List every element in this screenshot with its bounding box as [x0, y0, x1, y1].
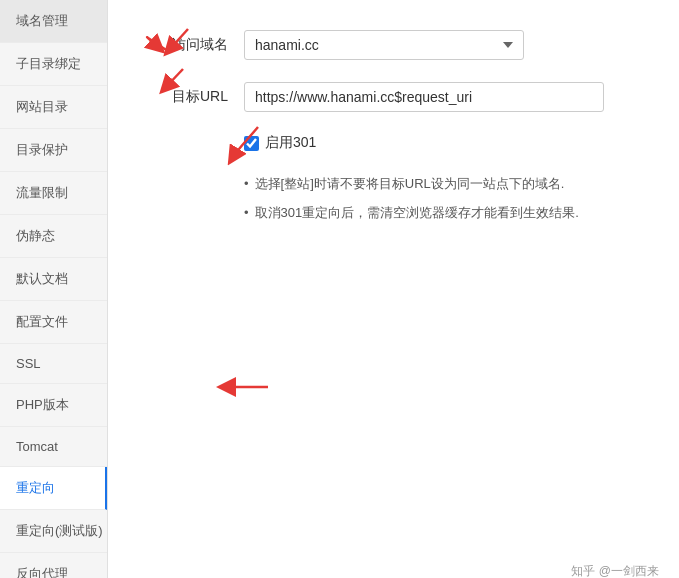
- sidebar-item-subdir-bind[interactable]: 子目录绑定: [0, 43, 107, 86]
- note-item-1: 选择[整站]时请不要将目标URL设为同一站点下的域名.: [244, 174, 639, 195]
- sidebar-item-redirect[interactable]: 重定向: [0, 467, 107, 510]
- sidebar-item-default-doc[interactable]: 默认文档: [0, 258, 107, 301]
- notes-section: 选择[整站]时请不要将目标URL设为同一站点下的域名. 取消301重定向后，需清…: [244, 174, 639, 224]
- sidebar-item-redirect-beta[interactable]: 重定向(测试版): [0, 510, 107, 553]
- enable-301-label: 启用301: [265, 134, 316, 152]
- note-item-2: 取消301重定向后，需清空浏览器缓存才能看到生效结果.: [244, 203, 639, 224]
- sidebar-item-traffic-limit[interactable]: 流量限制: [0, 172, 107, 215]
- sidebar-item-website-dir[interactable]: 网站目录: [0, 86, 107, 129]
- sidebar-item-reverse-proxy[interactable]: 反向代理: [0, 553, 107, 578]
- sidebar-item-pseudo-static[interactable]: 伪静态: [0, 215, 107, 258]
- enable-301-row: 启用301: [244, 134, 639, 152]
- sidebar-item-config-file[interactable]: 配置文件: [0, 301, 107, 344]
- target-url-label: 目标URL: [148, 88, 228, 106]
- sidebar: 域名管理 子目录绑定 网站目录 目录保护 流量限制 伪静态 默认文档 配置文件 …: [0, 0, 108, 578]
- visit-domain-row: 访问域名 hanami.cc: [148, 30, 639, 60]
- target-url-row: 目标URL: [148, 82, 639, 112]
- watermark: 知乎 @一剑西来: [571, 563, 659, 578]
- sidebar-item-ssl[interactable]: SSL: [0, 344, 107, 384]
- visit-domain-label: 访问域名: [148, 36, 228, 54]
- sidebar-item-tomcat[interactable]: Tomcat: [0, 427, 107, 467]
- target-url-input[interactable]: [244, 82, 604, 112]
- sidebar-item-dir-protect[interactable]: 目录保护: [0, 129, 107, 172]
- main-content: 访问域名 hanami.cc 目标URL 启用301 选择[整站]时请不要将目标…: [108, 0, 679, 578]
- sidebar-item-domain-mgmt[interactable]: 域名管理: [0, 0, 107, 43]
- enable-301-checkbox[interactable]: [244, 136, 259, 151]
- visit-domain-select[interactable]: hanami.cc: [244, 30, 524, 60]
- sidebar-item-php-version[interactable]: PHP版本: [0, 384, 107, 427]
